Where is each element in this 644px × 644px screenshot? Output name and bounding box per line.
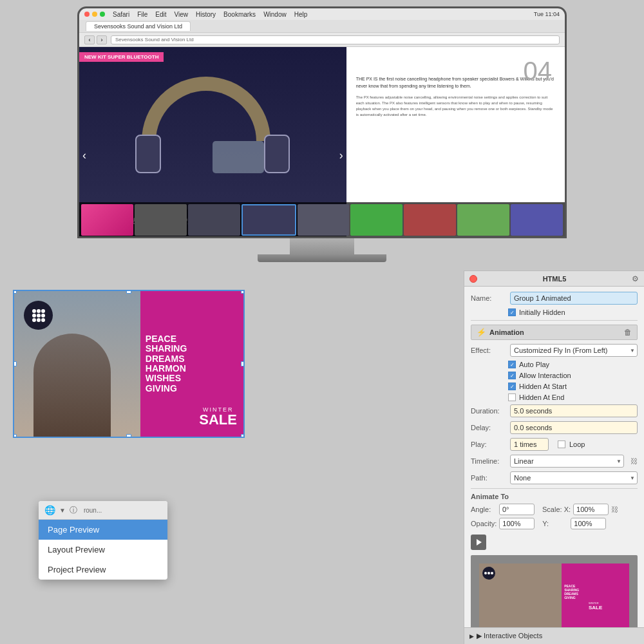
duration-input[interactable] [510,404,638,417]
thumb-3[interactable] [188,204,240,236]
editor-area: PEACE SHARING DREAMS HARMON WISHES GIVIN… [0,270,335,644]
hidden-at-start-row: Hidden At Start [508,383,638,390]
mini-sale-text: SALE [589,605,602,611]
timeline-link-icon[interactable]: ⛓ [630,457,638,465]
mini-preview: PEACE SHARING DREAMS GIVING WINTER SALE [471,555,638,627]
address-input[interactable]: Sevensooks Sound and Vision Ltd [111,35,560,44]
menu-history[interactable]: History [196,11,216,18]
thumb-4-active[interactable] [242,204,296,236]
magazine-page: ‹ › NEW KIT SUPER BLUETOOTH [79,47,565,236]
html5-panel: HTML5 ⚙ Name: Initially Hidden ⚡ Animati… [464,270,644,644]
browser-address-bar: ‹ › Sevensooks Sound and Vision Ltd [79,33,565,47]
y-input[interactable] [571,518,606,529]
handle-middle-left[interactable] [13,361,17,366]
path-select-wrapper: None ▼ [510,471,638,484]
play-input[interactable] [510,438,549,451]
animation-section-header[interactable]: ⚡ Animation 🗑 [471,325,638,340]
scale-x-input[interactable] [573,504,609,515]
hidden-at-end-checkbox[interactable] [508,393,516,401]
menu-help[interactable]: Help [294,11,308,18]
angle-scale-row: Angle: Scale: X: ⛓ [471,504,638,515]
preview-item-project[interactable]: Project Preview [39,560,167,580]
effect-select[interactable]: Customized Fly In (From Left) [510,344,638,357]
loop-checkbox[interactable] [558,440,565,448]
opacity-input[interactable] [499,518,535,529]
handle-bottom-right[interactable] [241,434,245,438]
handle-middle-right[interactable] [241,361,245,366]
path-label: Path: [471,474,506,482]
name-input[interactable] [510,292,638,305]
panel-close-button[interactable] [469,275,477,283]
loop-label: Loop [569,440,585,448]
design-canvas[interactable]: PEACE SHARING DREAMS HARMON WISHES GIVIN… [13,290,245,438]
thumb-9[interactable] [511,204,563,236]
preview-item-layout[interactable]: Layout Preview [39,540,167,560]
name-row: Name: [471,292,638,305]
animation-label: Animation [489,328,524,336]
article-body: The PX features adjustable noise cancell… [356,95,555,118]
interactive-objects-bar[interactable]: ▶ ▶ Interactive Objects [464,627,644,644]
thumb-2[interactable] [135,204,187,236]
headphone-left-ear [135,135,161,173]
timeline-select-wrapper: Linear ▼ [510,455,624,468]
handle-bottom-middle[interactable] [126,434,131,438]
thumb-6[interactable] [350,204,402,236]
thumb-7[interactable] [404,204,456,236]
handle-top-right[interactable] [241,290,245,294]
forward-button[interactable]: › [97,35,107,44]
menu-view[interactable]: View [174,11,188,18]
handle-bottom-left[interactable] [13,434,17,438]
effect-row: Effect: Customized Fly In (From Left) ▼ [471,344,638,357]
interactive-objects-label: ▶ Interactive Objects [477,632,542,640]
design-text-overlay: PEACE SHARING DREAMS HARMON WISHES GIVIN… [140,291,243,437]
brand-dot-7 [32,318,36,322]
fullscreen-button-green[interactable] [100,12,105,17]
menu-file[interactable]: File [137,11,147,18]
minimize-button-yellow[interactable] [92,12,97,17]
trash-icon[interactable]: 🗑 [624,328,632,337]
allow-interaction-checkbox[interactable] [508,372,516,379]
dropdown-arrow-icon[interactable]: ▼ [59,507,66,514]
brand-dot-4 [32,314,36,317]
initially-hidden-checkbox[interactable] [508,308,516,316]
design-canvas-inner: PEACE SHARING DREAMS HARMON WISHES GIVIN… [14,291,243,437]
duration-row: Duration: [471,404,638,417]
menu-edit[interactable]: Edit [155,11,166,18]
play-button-row [471,535,638,550]
browser-tab[interactable]: Sevensooks Sound and Vision Ltd [86,21,191,31]
allow-interaction-row: Allow Interaction [508,372,638,379]
nav-buttons: ‹ › [84,35,107,44]
new-kit-banner: NEW KIT SUPER BLUETOOTH [79,52,164,62]
prev-arrow[interactable]: ‹ [82,149,86,162]
delay-input[interactable] [510,421,638,434]
scale-link-icon[interactable]: ⛓ [611,506,618,513]
hidden-at-start-checkbox[interactable] [508,383,516,390]
gear-icon[interactable]: ⚙ [632,274,639,283]
back-button[interactable]: ‹ [84,35,95,44]
dropdown-header: 🌐 ▼ ⓘ roun... [39,501,167,520]
y-label: Y: [542,520,568,527]
auto-play-label: Auto Play [519,361,549,368]
thumb-1[interactable] [81,204,133,236]
menu-window[interactable]: Window [263,11,287,18]
angle-input[interactable] [499,504,535,515]
handle-top-middle[interactable] [126,290,131,294]
auto-play-checkbox[interactable] [508,361,516,368]
next-arrow[interactable]: › [339,149,343,162]
thumb-8[interactable] [457,204,509,236]
menu-bookmarks[interactable]: Bookmarks [223,11,256,18]
timeline-select[interactable]: Linear [510,455,624,468]
thumb-5[interactable] [298,204,350,236]
close-button-red[interactable] [84,12,90,17]
interactive-objects-arrow: ▶ [469,633,474,639]
text-line-1: PEACE [146,334,238,344]
path-select[interactable]: None [510,471,638,484]
play-button[interactable] [471,535,486,550]
imac-wrapper: Safari File Edit View History Bookmarks … [77,6,567,264]
menu-safari[interactable]: Safari [113,11,129,18]
hidden-at-start-label: Hidden At Start [519,383,567,390]
preview-item-page[interactable]: Page Preview [39,520,167,540]
info-icon[interactable]: ⓘ [70,505,77,516]
handle-top-left[interactable] [13,290,17,294]
imac-menubar: Safari File Edit View History Bookmarks … [79,8,565,20]
